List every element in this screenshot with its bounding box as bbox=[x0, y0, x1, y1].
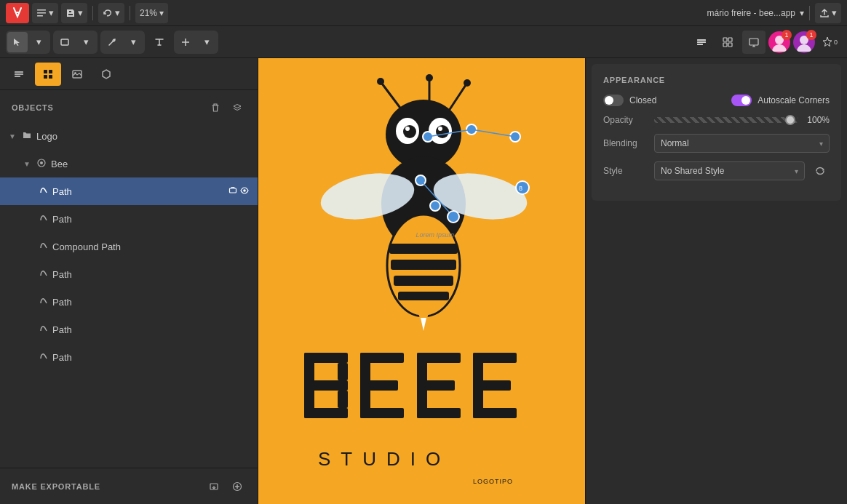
blending-select[interactable]: Normal ▾ bbox=[654, 134, 830, 153]
symbol-tool-btn[interactable] bbox=[175, 32, 196, 52]
pen-tool-btn[interactable] bbox=[102, 32, 122, 52]
zoom-dropdown-arrow: ▾ bbox=[159, 8, 164, 18]
svg-rect-14 bbox=[15, 71, 23, 73]
tree-item-compound[interactable]: Compound Path bbox=[0, 233, 258, 260]
tree-item-path4[interactable]: Path bbox=[0, 288, 258, 316]
path1-visibility-icon[interactable] bbox=[240, 186, 249, 197]
path4-label: Path bbox=[52, 297, 249, 308]
svg-rect-15 bbox=[15, 73, 23, 75]
opacity-track[interactable] bbox=[654, 117, 798, 123]
svg-rect-11 bbox=[749, 39, 758, 45]
svg-rect-6 bbox=[697, 44, 703, 45]
svg-point-83 bbox=[448, 211, 459, 223]
select-tool-btn[interactable] bbox=[7, 32, 28, 52]
add-export-btn[interactable] bbox=[228, 478, 246, 495]
path4-icon bbox=[39, 296, 48, 308]
layers-btn[interactable] bbox=[228, 99, 246, 116]
svg-text:8: 8 bbox=[519, 185, 522, 192]
shape-tool-dropdown[interactable]: ▾ bbox=[76, 32, 96, 52]
svg-rect-19 bbox=[44, 75, 47, 79]
tree-item-path5[interactable]: Path bbox=[0, 316, 258, 343]
path1-label: Path bbox=[52, 186, 224, 197]
top-toolbar: ▾ ▾ ▾ 21% ▾ mário freire - bee...app ▾ ▾ bbox=[0, 0, 847, 26]
autoscale-toggle[interactable] bbox=[731, 95, 752, 106]
left-panel: OBJECTS ▼ Logo ▼ bbox=[0, 58, 258, 504]
undo-dropdown-arrow: ▾ bbox=[115, 7, 120, 18]
undo-btn[interactable]: ▾ bbox=[98, 3, 124, 23]
pen-tool-group: ▾ bbox=[100, 31, 145, 54]
align-btn[interactable] bbox=[690, 31, 713, 54]
svg-rect-7 bbox=[723, 38, 727, 41]
avatar-2-container: 1 bbox=[793, 31, 815, 53]
path1-mask-icon[interactable] bbox=[228, 186, 237, 197]
presentation-btn[interactable] bbox=[742, 31, 766, 54]
pen-tool-dropdown[interactable]: ▾ bbox=[123, 32, 143, 52]
canvas-area[interactable]: STUDIO LOGOTIPO bbox=[258, 58, 585, 504]
path6-icon bbox=[39, 351, 48, 363]
save-btn[interactable]: ▾ bbox=[61, 3, 87, 23]
svg-point-30 bbox=[377, 78, 384, 85]
appearance-panel: APPEARANCE Closed Autoscale Corners bbox=[592, 64, 841, 201]
tree-item-path2[interactable]: Path bbox=[0, 205, 258, 233]
opacity-field-value: 100% bbox=[654, 115, 830, 125]
svg-rect-16 bbox=[15, 76, 20, 77]
tree-item-logo[interactable]: ▼ Logo bbox=[0, 122, 258, 150]
tab-components[interactable] bbox=[93, 63, 119, 86]
canvas-background: STUDIO LOGOTIPO bbox=[258, 58, 585, 504]
svg-rect-3 bbox=[61, 39, 68, 45]
bee-compound-icon bbox=[36, 158, 47, 170]
rect-tool-btn[interactable] bbox=[55, 32, 75, 52]
file-menu-btn[interactable]: ▾ bbox=[32, 3, 58, 23]
tree-item-path1[interactable]: Path bbox=[0, 177, 258, 205]
stars-btn[interactable]: 0 bbox=[818, 31, 841, 54]
text-tool-btn[interactable] bbox=[148, 31, 171, 54]
delete-btn[interactable] bbox=[207, 99, 224, 116]
style-select[interactable]: No Shared Style ▾ bbox=[654, 161, 805, 180]
logo-folder-icon bbox=[22, 130, 32, 143]
cloud-upload-btn[interactable]: ▾ bbox=[815, 3, 841, 23]
tree-item-bee[interactable]: ▼ Bee bbox=[0, 150, 258, 177]
make-exportable-label[interactable]: MAKE EXPORTABLE bbox=[12, 482, 100, 491]
closed-toggle-container: Closed bbox=[603, 95, 656, 106]
tab-layers[interactable] bbox=[6, 63, 32, 86]
tab-image[interactable] bbox=[64, 63, 90, 86]
compound-icon bbox=[39, 241, 48, 252]
export-options-btn[interactable] bbox=[205, 478, 223, 495]
svg-text:STUDIO: STUDIO bbox=[318, 448, 450, 470]
svg-rect-57 bbox=[338, 363, 348, 380]
closed-toggle[interactable] bbox=[603, 95, 624, 106]
svg-rect-20 bbox=[49, 75, 52, 79]
avatar-2-badge: 1 bbox=[806, 30, 816, 40]
shape-tool-group: ▾ bbox=[53, 31, 98, 54]
separator-3 bbox=[809, 6, 810, 20]
header-actions bbox=[207, 99, 246, 116]
svg-rect-10 bbox=[728, 43, 732, 47]
svg-point-32 bbox=[426, 74, 433, 81]
path5-icon bbox=[39, 324, 48, 335]
tree-item-path6[interactable]: Path bbox=[0, 343, 258, 371]
panel-tabs bbox=[0, 58, 258, 90]
svg-text:LOGOTIPO: LOGOTIPO bbox=[473, 478, 513, 485]
svg-rect-55 bbox=[304, 380, 348, 391]
path5-label: Path bbox=[52, 324, 249, 335]
closed-autoscale-row: Closed Autoscale Corners bbox=[603, 95, 830, 106]
svg-rect-48 bbox=[394, 276, 453, 286]
tree-item-path3[interactable]: Path bbox=[0, 260, 258, 288]
separator-1 bbox=[92, 6, 93, 20]
symbol-tool-dropdown[interactable]: ▾ bbox=[196, 32, 217, 52]
user-info[interactable]: mário freire - bee...app ▾ bbox=[707, 8, 804, 18]
style-refresh-btn[interactable] bbox=[811, 161, 830, 180]
avatar-1-badge: 1 bbox=[782, 30, 792, 40]
svg-rect-65 bbox=[417, 380, 455, 391]
style-dropdown-arrow: ▾ bbox=[795, 167, 798, 175]
style-field-value: No Shared Style ▾ bbox=[654, 161, 830, 180]
grid-btn[interactable] bbox=[716, 31, 739, 54]
opacity-value: 100% bbox=[804, 115, 830, 125]
select-tool-dropdown[interactable]: ▾ bbox=[28, 32, 49, 52]
zoom-btn[interactable]: 21% ▾ bbox=[135, 3, 168, 23]
tab-objects[interactable] bbox=[35, 63, 61, 86]
autoscale-toggle-knob bbox=[741, 96, 750, 105]
autoscale-label: Autoscale Corners bbox=[757, 95, 830, 105]
svg-rect-9 bbox=[723, 43, 727, 47]
blending-select-value: Normal bbox=[661, 138, 689, 148]
